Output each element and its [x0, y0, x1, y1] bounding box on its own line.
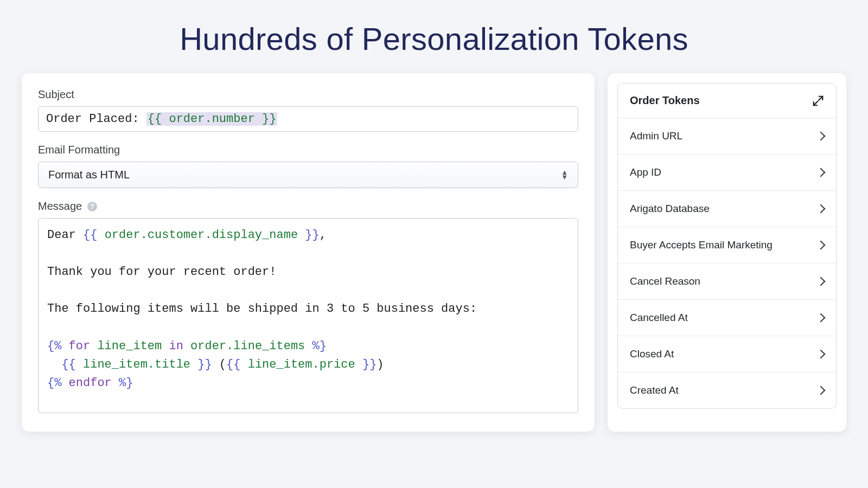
token-item[interactable]: Cancelled At: [618, 300, 836, 336]
code-token: Dear: [47, 228, 83, 242]
code-token: in: [169, 339, 183, 353]
code-token: {{: [226, 358, 248, 371]
token-item[interactable]: App ID: [618, 155, 836, 191]
code-token: %}: [112, 376, 133, 390]
code-token: {{: [83, 228, 105, 242]
code-token: Thank you for your recent order!: [47, 265, 276, 279]
message-label-row: Message ?: [38, 200, 578, 213]
email-formatting-select[interactable]: Format as HTML ▲▼: [38, 162, 578, 188]
token-item[interactable]: Arigato Database: [618, 191, 836, 227]
code-token: line_item: [90, 339, 169, 353]
code-token: %}: [305, 339, 327, 353]
code-token: line_item.price: [248, 358, 355, 371]
chevron-right-icon: [816, 168, 826, 177]
subject-input[interactable]: Order Placed: {{ order.number }}: [38, 106, 578, 132]
email-formatting-value: Format as HTML: [48, 169, 130, 181]
token-item-label: Buyer Accepts Email Marketing: [630, 239, 773, 251]
tokens-panel: Order Tokens Admin URLApp IDArigato Data…: [608, 73, 846, 432]
token-item-label: Cancelled At: [630, 312, 688, 324]
code-token: {%: [47, 376, 69, 390]
code-token: }}: [355, 358, 377, 371]
chevron-right-icon: [816, 386, 826, 395]
token-item[interactable]: Admin URL: [618, 118, 836, 155]
subject-token: {{ order.number }}: [146, 112, 278, 126]
subject-label: Subject: [38, 88, 578, 101]
code-token: order.line_items: [183, 339, 305, 353]
token-item-label: Arigato Database: [630, 203, 710, 215]
email-editor-card: Subject Order Placed: {{ order.number }}…: [22, 73, 595, 432]
code-token: order.customer.display_name: [105, 228, 298, 242]
expand-icon[interactable]: [812, 95, 824, 107]
code-token: for: [69, 339, 91, 353]
token-item[interactable]: Cancel Reason: [618, 264, 836, 300]
code-token: endfor: [69, 376, 112, 390]
token-item-label: Cancel Reason: [630, 275, 700, 287]
token-item-label: App ID: [630, 166, 661, 178]
code-token: ,: [320, 228, 327, 242]
page-title: Hundreds of Personalization Tokens: [0, 0, 868, 62]
token-item[interactable]: Closed At: [618, 336, 836, 373]
code-token: }}: [298, 228, 320, 242]
chevron-right-icon: [816, 241, 826, 250]
token-item-label: Created At: [630, 384, 679, 396]
code-token: The following items will be shipped in 3…: [47, 302, 477, 316]
code-token: (: [212, 358, 226, 371]
tokens-title: Order Tokens: [630, 94, 700, 107]
message-textarea[interactable]: Dear {{ order.customer.display_name }}, …: [38, 218, 578, 413]
chevron-right-icon: [816, 277, 826, 286]
code-token: [47, 358, 61, 371]
token-item-label: Admin URL: [630, 130, 682, 142]
code-token: line_item.title: [83, 358, 190, 371]
code-token: {{: [61, 358, 83, 371]
token-item[interactable]: Buyer Accepts Email Marketing: [618, 227, 836, 264]
message-label: Message: [38, 200, 82, 213]
code-token: ): [376, 358, 384, 371]
help-icon[interactable]: ?: [87, 202, 97, 211]
chevron-right-icon: [816, 350, 826, 359]
email-formatting-label: Email Formatting: [38, 144, 578, 156]
token-item[interactable]: Created At: [618, 373, 836, 408]
tokens-list: Order Tokens Admin URLApp IDArigato Data…: [617, 83, 837, 409]
select-caret-icon: ▲▼: [561, 170, 568, 180]
code-token: {%: [47, 339, 69, 353]
token-item-label: Closed At: [630, 348, 674, 360]
chevron-right-icon: [816, 132, 826, 141]
tokens-header: Order Tokens: [618, 84, 836, 118]
chevron-right-icon: [816, 313, 826, 323]
chevron-right-icon: [816, 204, 826, 214]
subject-prefix-text: Order Placed:: [46, 112, 146, 126]
code-token: }}: [190, 358, 212, 371]
